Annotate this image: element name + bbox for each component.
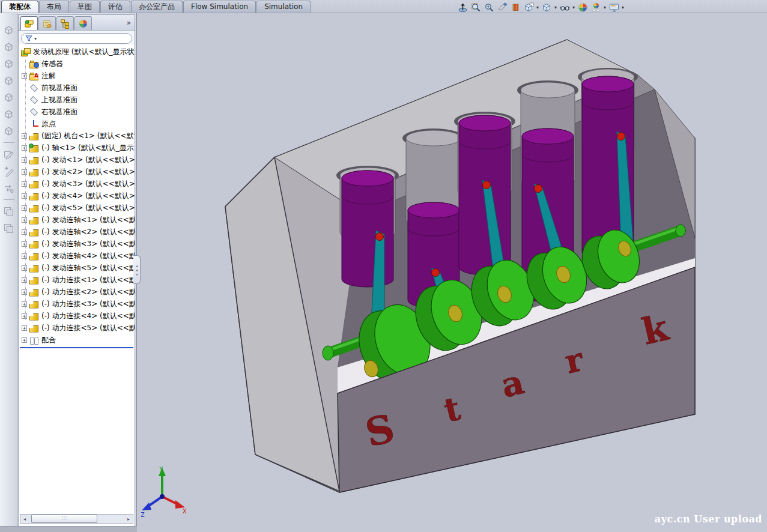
plane-icon — [29, 83, 39, 92]
tree-item[interactable]: +(-) 动力连接<3> (默认<<默 — [19, 298, 135, 310]
scroll-left-arrow[interactable]: ◂ — [20, 516, 29, 522]
expand-toggle[interactable]: + — [22, 157, 27, 163]
tree-item[interactable]: +(-) 发动<3> (默认<<默认> — [19, 178, 135, 190]
view-cube-icon-4[interactable] — [2, 74, 16, 87]
tree-item[interactable]: +(-) 发动<5> (默认<<默认> — [19, 202, 135, 214]
part-icon — [29, 264, 39, 273]
tree-item[interactable]: +(-) 发动连轴<1> (默认<<默 — [19, 214, 135, 226]
command-tab-3[interactable]: 评估 — [100, 1, 130, 13]
zoom-to-area-icon[interactable] — [484, 2, 495, 13]
expand-toggle[interactable]: + — [22, 217, 27, 223]
propertymanager-tab[interactable] — [38, 16, 56, 30]
expand-toggle[interactable]: + — [22, 325, 27, 331]
tree-item[interactable]: +(-) 发动连轴<3> (默认<<默 — [19, 238, 135, 250]
expand-toggle[interactable]: + — [22, 289, 27, 295]
expand-toggle[interactable]: + — [22, 265, 27, 271]
layered-window-icon-2[interactable] — [2, 222, 16, 235]
expand-toggle[interactable]: + — [22, 241, 27, 247]
expand-toggle[interactable]: + — [22, 313, 27, 319]
tree-horizontal-scrollbar[interactable]: ◂ ⫶⫶⫶ ▸ — [20, 514, 133, 524]
filter-dropdown-caret[interactable]: ▾ — [34, 36, 37, 41]
section-view-icon[interactable] — [497, 2, 508, 13]
sketch-pencil-icon[interactable] — [2, 148, 16, 161]
tree-item[interactable]: +(-) 发动<1> (默认<<默认> — [19, 154, 135, 166]
tree-item-label: (-) 发动<3> (默认<<默认> — [41, 179, 135, 189]
tree-item[interactable]: 发动机原理 (默认<默认_显示状 — [19, 46, 135, 58]
tree-item-label: (-) 动力连接<5> (默认<<默 — [41, 323, 135, 333]
view-cube-icon-1[interactable] — [2, 23, 16, 37]
panel-tab-overflow-chevron[interactable]: » — [127, 19, 131, 27]
command-tab-1[interactable]: 布局 — [39, 1, 69, 13]
dropdown-caret[interactable]: ▾ — [536, 5, 539, 10]
tree-item[interactable]: +(固定) 机台<1> (默认<<默认 — [19, 130, 135, 142]
hide-show-items-icon[interactable] — [559, 2, 571, 13]
zoom-to-fit-icon[interactable] — [470, 2, 482, 13]
normal-to-icon[interactable] — [457, 2, 468, 13]
tree-item[interactable]: +(-) 轴<1> (默认<默认_显示 — [19, 142, 135, 154]
apply-scene-icon[interactable] — [590, 2, 602, 13]
graphics-viewport[interactable]: S t a r k Y Z X — [137, 13, 767, 532]
expand-toggle[interactable]: + — [22, 337, 27, 343]
tree-item[interactable]: 原点 — [19, 118, 135, 130]
open-box-icon[interactable] — [2, 124, 16, 138]
dropdown-caret[interactable]: ▾ — [554, 5, 557, 10]
edit-appearance-icon[interactable] — [577, 2, 589, 13]
featuremanager-design-tree-tab[interactable] — [20, 16, 38, 30]
view-cube-icon-5[interactable] — [2, 91, 16, 104]
dropdown-caret[interactable]: ▾ — [572, 5, 575, 10]
tree-item[interactable]: 上视基准面 — [19, 94, 135, 106]
expand-toggle[interactable]: + — [22, 229, 27, 235]
layered-window-icon-1[interactable] — [2, 205, 16, 218]
tree-filter-input[interactable]: ▾ — [21, 33, 132, 44]
command-tab-5[interactable]: Flow Simulation — [183, 1, 256, 13]
dropdown-caret[interactable]: ▾ — [622, 5, 624, 10]
section-stripes-icon[interactable] — [510, 2, 521, 13]
configurationmanager-tab[interactable] — [56, 16, 74, 30]
view-cube-icon-2[interactable] — [2, 40, 16, 53]
tree-item[interactable]: +(-) 发动<4> (默认<<默认> — [19, 190, 135, 202]
expand-toggle[interactable]: + — [22, 277, 27, 283]
expand-toggle[interactable]: + — [22, 73, 27, 79]
tree-item[interactable]: +(-) 动力连接<5> (默认<<默 — [19, 322, 135, 334]
scrollbar-thumb[interactable]: ⫶⫶⫶ — [31, 515, 97, 523]
tree-item-label: 上视基准面 — [41, 95, 77, 105]
tree-item[interactable]: +A注解 — [19, 70, 135, 82]
view-cube-icon-3[interactable] — [2, 57, 16, 70]
command-tab-6[interactable]: Simulation — [256, 1, 311, 13]
add-sketch-icon[interactable] — [2, 165, 16, 178]
tree-item[interactable]: 传感器 — [19, 58, 135, 70]
expand-toggle[interactable]: + — [22, 301, 27, 307]
part-icon — [29, 168, 39, 177]
tree-item[interactable]: +(-) 动力连接<1> (默认<<默 — [19, 274, 135, 286]
tree-item[interactable]: 右视基准面 — [19, 106, 135, 118]
tree-item-label: (-) 发动<4> (默认<<默认> — [41, 191, 135, 201]
panel-collapse-handle[interactable]: ◂◂◂ — [133, 255, 141, 284]
dropdown-caret[interactable]: ▾ — [604, 5, 606, 10]
displaymanager-tab[interactable] — [74, 16, 92, 30]
view-cube-icon-6[interactable] — [2, 107, 16, 121]
tree-item[interactable]: +(-) 发动连轴<5> (默认<<默 — [19, 262, 135, 274]
tree-item[interactable]: +(-) 发动连轴<2> (默认<<默 — [19, 226, 135, 238]
tree-item[interactable]: +(-) 发动<2> (默认<<默认> — [19, 166, 135, 178]
tree-rollback-bar[interactable] — [20, 347, 133, 348]
tree-item[interactable]: +配合 — [19, 334, 135, 346]
command-tab-0[interactable]: 装配体 — [1, 1, 38, 13]
command-tab-4[interactable]: 办公室产品 — [131, 1, 183, 13]
scroll-right-arrow[interactable]: ▸ — [124, 516, 133, 522]
expand-toggle[interactable]: + — [22, 205, 27, 211]
display-style-icon[interactable] — [541, 2, 553, 13]
expand-toggle[interactable]: + — [22, 253, 27, 259]
expand-toggle[interactable]: + — [22, 133, 27, 139]
view-settings-icon[interactable] — [608, 2, 620, 13]
view-orientation-icon[interactable] — [523, 2, 535, 13]
tree-item[interactable]: +(-) 动力连接<4> (默认<<默 — [19, 310, 135, 322]
expand-toggle[interactable]: + — [22, 145, 27, 151]
expand-toggle[interactable]: + — [22, 169, 27, 175]
tree-item[interactable]: 前视基准面 — [19, 82, 135, 94]
tree-item[interactable]: +(-) 动力连接<2> (默认<<默 — [19, 286, 135, 298]
expand-toggle[interactable]: + — [22, 181, 27, 187]
move-component-icon[interactable] — [2, 181, 16, 195]
tree-item[interactable]: +(-) 发动连轴<4> (默认<<默 — [19, 250, 135, 262]
command-tab-2[interactable]: 草图 — [70, 1, 100, 13]
expand-toggle[interactable]: + — [22, 193, 27, 199]
